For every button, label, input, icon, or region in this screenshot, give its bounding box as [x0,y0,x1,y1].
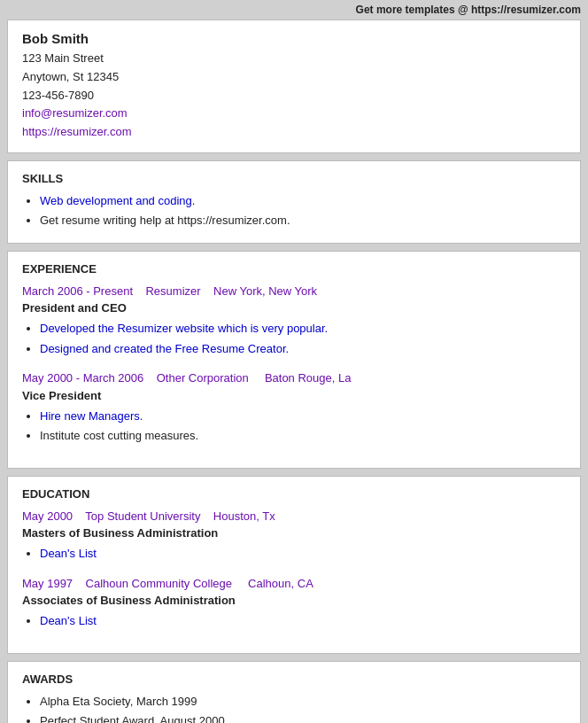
experience-section: EXPERIENCE March 2006 - Present Resumize… [7,251,581,469]
job-0-bullet-0: Developed the Resumizer website which is… [40,320,566,338]
job-1-bullet-0: Hire new Managers. [40,408,566,425]
edu-0-school: Top Student University [85,509,200,523]
edu-1-location: Calhoun, CA [248,577,313,590]
skill-item-2: Get resume writing help at https://resum… [40,212,566,229]
contact-phone: 123-456-7890 [22,87,566,105]
job-0-bullet-1: Designed and created the Free Resume Cre… [40,340,566,358]
job-1-location: Baton Rouge, La [265,371,352,385]
job-1-title: Vice President [22,389,566,402]
experience-title: EXPERIENCE [22,262,566,276]
edu-1-bullet-0-link[interactable]: Dean's List [40,614,97,627]
job-1-bullet-1: Institute cost cutting measures. [40,427,566,445]
job-0-bullet-1-link[interactable]: Designed and created the Free Resume Cre… [40,342,289,355]
job-0-company: Resumizer [145,284,200,298]
edu-block-1: May 1997 Calhoun Community College Calho… [22,575,566,630]
edu-0-degree: Masters of Business Administration [22,526,566,540]
job-0-location: New York, New York [213,284,317,298]
edu-1-degree: Associates of Business Administration [22,594,566,607]
contact-name: Bob Smith [22,31,566,46]
top-bar: Get more templates @ https://resumizer.c… [0,0,588,19]
edu-0-period: May 2000 [22,509,73,523]
skill-text-2: Get resume writing help at https://resum… [40,214,290,227]
skill-item-1: Web development and coding. [40,192,566,210]
awards-list: Alpha Eta Society, March 1999 Perfect St… [40,693,566,723]
edu-1-period: May 1997 [22,577,73,590]
top-bar-text: Get more templates @ https://resumizer.c… [356,4,581,16]
edu-0-bullet-0: Dean's List [40,545,566,563]
award-item-0: Alpha Eta Society, March 1999 [40,693,566,711]
awards-title: AWARDS [22,672,566,686]
job-block-0: March 2006 - Present Resumizer New York,… [22,283,566,358]
edu-0-bullet-0-link[interactable]: Dean's List [40,547,97,560]
job-block-1: May 2000 - March 2006 Other Corporation … [22,369,566,445]
job-1-bullets: Hire new Managers. Institute cost cuttin… [40,408,566,445]
edu-0-location: Houston, Tx [213,509,275,523]
skills-section: SKILLS Web development and coding. Get r… [7,160,581,244]
edu-0-bullets: Dean's List [40,545,566,563]
contact-address2: Anytown, St 12345 [22,68,566,87]
edu-1-bullet-0: Dean's List [40,612,566,630]
job-1-bullet-1-text: Institute cost cutting measures. [40,429,198,442]
contact-section: Bob Smith 123 Main Street Anytown, St 12… [7,19,581,153]
awards-section: AWARDS Alpha Eta Society, March 1999 Per… [7,661,581,723]
job-0-bullet-0-link[interactable]: Developed the Resumizer website which is… [40,322,328,335]
skill-link-1[interactable]: Web development and coding. [40,194,195,207]
job-1-company: Other Corporation [157,371,249,385]
skills-title: SKILLS [22,172,566,185]
award-item-1: Perfect Student Award, August 2000 [40,712,566,723]
skills-list: Web development and coding. Get resume w… [40,192,566,229]
edu-1-header: May 1997 Calhoun Community College Calho… [22,575,566,593]
contact-website: https://resumizer.com [22,123,566,142]
education-section: EDUCATION May 2000 Top Student Universit… [7,476,581,654]
edu-1-school: Calhoun Community College [86,577,232,590]
job-1-period: May 2000 - March 2006 [22,371,143,385]
job-0-bullets: Developed the Resumizer website which is… [40,320,566,357]
edu-1-bullets: Dean's List [40,612,566,630]
job-0-period: March 2006 - Present [22,284,133,298]
job-1-bullet-0-link[interactable]: Hire new Managers. [40,409,143,423]
contact-address1: 123 Main Street [22,50,566,68]
job-0-title: President and CEO [22,301,566,315]
resume-wrapper: Bob Smith 123 Main Street Anytown, St 12… [0,19,588,723]
edu-block-0: May 2000 Top Student University Houston,… [22,508,566,563]
contact-website-link[interactable]: https://resumizer.com [22,125,132,138]
education-title: EDUCATION [22,487,566,501]
edu-0-header: May 2000 Top Student University Houston,… [22,508,566,525]
job-0-header: March 2006 - Present Resumizer New York,… [22,283,566,300]
job-1-header: May 2000 - March 2006 Other Corporation … [22,369,566,387]
contact-email-link[interactable]: info@resumizer.com [22,106,128,120]
contact-email: info@resumizer.com [22,105,566,123]
